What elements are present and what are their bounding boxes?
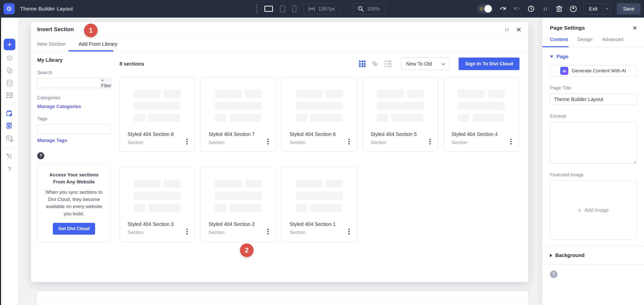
tab-new-section[interactable]: New Section xyxy=(37,41,65,47)
layers-button[interactable] xyxy=(0,55,19,62)
card-menu-button[interactable] xyxy=(186,139,188,144)
page-template-button[interactable] xyxy=(0,135,19,142)
toggle-knob xyxy=(484,5,492,13)
swatches-icon xyxy=(6,67,13,74)
page-title-label: Page Title xyxy=(550,85,636,91)
get-divi-cloud-button[interactable]: Get Divi Cloud xyxy=(53,223,95,235)
desktop-icon xyxy=(264,6,273,12)
generate-content-ai-button[interactable]: AI Generate Content With AI xyxy=(550,65,636,77)
card-title: Styled 404 Section 1 xyxy=(290,221,342,227)
search-input[interactable] xyxy=(37,78,101,88)
add-section-button[interactable]: + xyxy=(0,39,19,50)
select-section-button[interactable] xyxy=(0,122,19,130)
reorder-button[interactable]: ↓↑ xyxy=(541,5,549,13)
tablet-icon xyxy=(280,6,285,12)
undo-button[interactable] xyxy=(499,5,507,13)
sign-in-divi-cloud-button[interactable]: Sign In To Divi Cloud xyxy=(459,58,519,70)
width-icon xyxy=(308,6,315,12)
expand-collapse-button[interactable]: ↓↑ xyxy=(504,26,509,32)
section-card[interactable]: Styled 404 Section 3Section xyxy=(119,167,195,242)
tools-icon xyxy=(6,153,13,160)
section-card[interactable]: Styled 404 Section 8Section xyxy=(119,77,195,152)
list-view-button[interactable] xyxy=(385,61,392,67)
section-thumbnail xyxy=(296,90,343,122)
portability-button[interactable] xyxy=(569,5,577,13)
section-cards-grid: Styled 404 Section 8Section Styled 404 S… xyxy=(119,77,519,242)
card-menu-button[interactable] xyxy=(429,139,431,144)
tags-input[interactable] xyxy=(37,124,111,134)
page-group-toggle[interactable]: Page xyxy=(542,47,644,60)
card-type: Section xyxy=(128,230,180,235)
section-card[interactable]: Styled 404 Section 4Section xyxy=(444,77,519,152)
save-button[interactable]: Save xyxy=(617,3,640,14)
chevron-down-icon xyxy=(442,62,445,65)
card-type: Section xyxy=(371,140,423,145)
tools-button[interactable] xyxy=(0,153,19,160)
question-icon: ? xyxy=(8,165,12,173)
manage-categories-link[interactable]: Manage Categories xyxy=(37,104,81,109)
presets-button[interactable] xyxy=(0,67,19,74)
exit-caret[interactable]: ▾ xyxy=(603,4,611,14)
zoom-input[interactable]: 100% xyxy=(353,3,385,14)
tab-add-from-library[interactable]: Add From Library xyxy=(78,41,117,47)
section-card[interactable]: Styled 404 Section 6Section xyxy=(281,77,357,152)
tags-label: Tags xyxy=(37,116,111,122)
section-card[interactable]: Styled 404 Section 1Section xyxy=(281,167,357,242)
database-button[interactable] xyxy=(0,79,19,87)
grid-view-button[interactable] xyxy=(359,61,366,67)
tablet-view-button[interactable] xyxy=(280,6,285,12)
panel-close-button[interactable]: × xyxy=(632,24,637,32)
help-button[interactable]: ? xyxy=(0,165,19,173)
undo-icon xyxy=(499,5,507,12)
history-button[interactable] xyxy=(527,5,535,13)
section-card[interactable]: Styled 404 Section 7Section xyxy=(200,77,276,152)
gear-icon: ⚙ xyxy=(479,7,484,11)
card-menu-button[interactable] xyxy=(348,139,350,144)
excerpt-label: Excerpt xyxy=(550,113,636,119)
section-count: 8 sections xyxy=(119,61,144,67)
library-heading: My Library xyxy=(37,57,111,63)
page-group-label: Page xyxy=(556,54,569,60)
library-help-button[interactable]: ? xyxy=(37,152,44,159)
exit-button[interactable]: Exit ▾ xyxy=(583,3,611,14)
card-type: Section xyxy=(290,140,342,145)
filter-button[interactable]: + Filter xyxy=(101,78,111,88)
sort-order-select[interactable]: New To Old xyxy=(401,58,449,70)
section-thumbnail xyxy=(458,90,505,122)
builder-mode-toggle[interactable]: ⚙ xyxy=(477,4,493,14)
card-menu-button[interactable] xyxy=(267,139,269,144)
select-module-button[interactable] xyxy=(0,110,19,118)
tab-advanced[interactable]: Advanced xyxy=(602,37,623,47)
card-menu-button[interactable] xyxy=(348,229,350,234)
desktop-view-button[interactable] xyxy=(264,6,273,12)
excerpt-textarea[interactable] xyxy=(550,122,636,164)
tag-view-button[interactable] xyxy=(372,60,379,67)
background-group-toggle[interactable]: Background xyxy=(542,246,644,264)
divi-cloud-promo: Access Your sections From Any Website Wh… xyxy=(37,165,111,242)
delete-button[interactable] xyxy=(555,5,563,13)
section-thumbnail xyxy=(134,90,181,122)
card-menu-button[interactable] xyxy=(267,229,269,234)
page-title-input[interactable] xyxy=(550,94,636,105)
manage-tags-link[interactable]: Manage Tags xyxy=(37,138,67,143)
section-card[interactable]: Styled 404 Section 2Section xyxy=(200,167,276,242)
tab-content[interactable]: Content xyxy=(550,37,568,47)
modal-tabs: New Section Add From Library xyxy=(31,37,528,52)
builder-settings-icon[interactable]: ⚙ xyxy=(4,3,15,14)
responsive-width-input[interactable]: 1397px xyxy=(303,3,340,14)
tab-design[interactable]: Design xyxy=(578,37,592,47)
click-select-filled-icon xyxy=(6,122,14,130)
portability-icon xyxy=(570,5,577,13)
more-options-icon[interactable] xyxy=(256,5,257,13)
card-type: Section xyxy=(452,140,504,145)
card-menu-button[interactable] xyxy=(186,229,188,234)
card-menu-button[interactable] xyxy=(510,139,512,144)
featured-image-dropzone[interactable]: + Add Image xyxy=(550,181,636,240)
panel-help-button[interactable]: ? xyxy=(550,271,557,278)
modal-close-button[interactable]: × xyxy=(516,25,521,34)
redo-button[interactable] xyxy=(513,5,521,13)
phone-view-button[interactable] xyxy=(292,6,296,12)
menu-list-button[interactable] xyxy=(0,92,19,98)
section-card[interactable]: Styled 404 Section 5Section xyxy=(363,77,438,152)
ai-button-label: Generate Content With AI xyxy=(572,68,626,74)
